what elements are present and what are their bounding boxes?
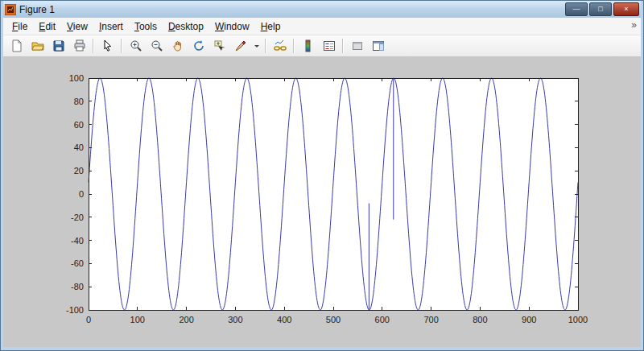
svg-text:100: 100: [130, 315, 145, 324]
svg-text:200: 200: [179, 315, 193, 324]
svg-text:900: 900: [522, 315, 536, 324]
data-cursor-button[interactable]: [209, 36, 229, 56]
data-cursor-icon: [213, 39, 226, 52]
svg-text:-80: -80: [71, 282, 84, 291]
svg-text:1000: 1000: [568, 315, 588, 324]
svg-text:-20: -20: [71, 213, 84, 222]
window-client-area: FileEditViewInsertToolsDesktopWindowHelp…: [3, 18, 641, 347]
window-controls: — □ ×: [565, 2, 639, 16]
menu-item-tools[interactable]: Tools: [129, 19, 163, 35]
menu-bar: FileEditViewInsertToolsDesktopWindowHelp…: [3, 18, 641, 35]
zoom-out-button[interactable]: [147, 36, 167, 56]
figure-window: Figure 1 — □ × FileEditViewInsertToolsDe…: [0, 0, 644, 351]
hide-plot-tools-button[interactable]: [347, 36, 367, 56]
toolbar-separator: [342, 39, 344, 53]
menu-item-view[interactable]: View: [61, 19, 93, 35]
svg-text:40: 40: [74, 142, 84, 152]
floppy-save-icon: [52, 39, 65, 52]
edit-plot-button[interactable]: [97, 36, 118, 56]
insert-colorbar-button[interactable]: [298, 36, 318, 56]
toolbar-separator: [121, 39, 122, 53]
menu-items: FileEditViewInsertToolsDesktopWindowHelp: [3, 19, 286, 35]
close-button[interactable]: ×: [613, 2, 639, 16]
svg-text:800: 800: [473, 315, 487, 324]
menu-overflow-chevron[interactable]: »: [631, 19, 637, 31]
svg-text:400: 400: [277, 315, 291, 324]
colorbar-icon: [302, 39, 315, 52]
brush-dropdown-button[interactable]: [251, 36, 262, 56]
svg-text:700: 700: [423, 315, 438, 324]
pan-button[interactable]: [167, 36, 188, 56]
show-plot-tools-button[interactable]: [368, 36, 388, 56]
svg-text:300: 300: [228, 315, 242, 324]
menu-item-file[interactable]: File: [6, 19, 33, 35]
svg-text:80: 80: [74, 97, 84, 106]
zoom-in-button[interactable]: [126, 36, 146, 56]
svg-text:0: 0: [79, 189, 84, 199]
hide-plot-tools-icon: [351, 39, 364, 52]
link-plot-icon: [274, 39, 287, 52]
svg-text:100: 100: [69, 73, 84, 83]
menu-item-insert[interactable]: Insert: [93, 19, 129, 35]
svg-text:-40: -40: [71, 236, 84, 246]
matlab-figure-icon: [5, 4, 16, 15]
svg-text:-60: -60: [71, 258, 84, 268]
svg-text:600: 600: [375, 315, 390, 324]
rotate-3d-icon: [192, 39, 205, 52]
plot-svg[interactable]: 01002003004005006007008009001000-100-80-…: [48, 72, 596, 337]
link-plot-button[interactable]: [270, 36, 290, 56]
figure-canvas-area: 01002003004005006007008009001000-100-80-…: [3, 57, 641, 347]
window-title: Figure 1: [19, 4, 55, 15]
zoom-out-icon: [151, 39, 163, 52]
brush-icon: [234, 39, 247, 52]
new-figure-icon: [10, 39, 23, 52]
toolbar-separator: [293, 39, 295, 53]
new-figure-button[interactable]: [6, 36, 27, 56]
open-folder-icon: [31, 39, 44, 52]
figure-toolbar: [3, 35, 641, 57]
print-figure-button[interactable]: [69, 36, 89, 56]
title-bar[interactable]: Figure 1 — □ ×: [3, 1, 641, 18]
svg-text:20: 20: [74, 166, 84, 176]
menu-item-desktop[interactable]: Desktop: [163, 19, 209, 35]
svg-text:0: 0: [86, 315, 91, 324]
chevron-down-icon: [254, 43, 260, 49]
show-plot-tools-icon: [372, 39, 385, 52]
menu-item-edit[interactable]: Edit: [33, 19, 61, 35]
menu-item-window[interactable]: Window: [209, 19, 255, 35]
brush-data-button[interactable]: [230, 36, 250, 56]
printer-icon: [73, 39, 86, 52]
arrow-cursor-icon: [101, 39, 114, 52]
toolbar-separator: [265, 39, 266, 53]
open-file-button[interactable]: [27, 36, 47, 56]
rotate-3d-button[interactable]: [188, 36, 208, 56]
insert-legend-button[interactable]: [319, 36, 339, 56]
zoom-in-icon: [130, 39, 142, 52]
svg-text:60: 60: [74, 120, 84, 130]
svg-text:-100: -100: [66, 305, 84, 315]
maximize-button[interactable]: □: [589, 2, 612, 16]
minimize-button[interactable]: —: [565, 2, 588, 16]
menu-item-help[interactable]: Help: [255, 19, 287, 35]
toolbar-separator: [93, 39, 94, 53]
legend-icon: [323, 39, 336, 52]
hand-pan-icon: [171, 39, 184, 52]
save-figure-button[interactable]: [48, 36, 68, 56]
svg-text:500: 500: [326, 315, 341, 324]
